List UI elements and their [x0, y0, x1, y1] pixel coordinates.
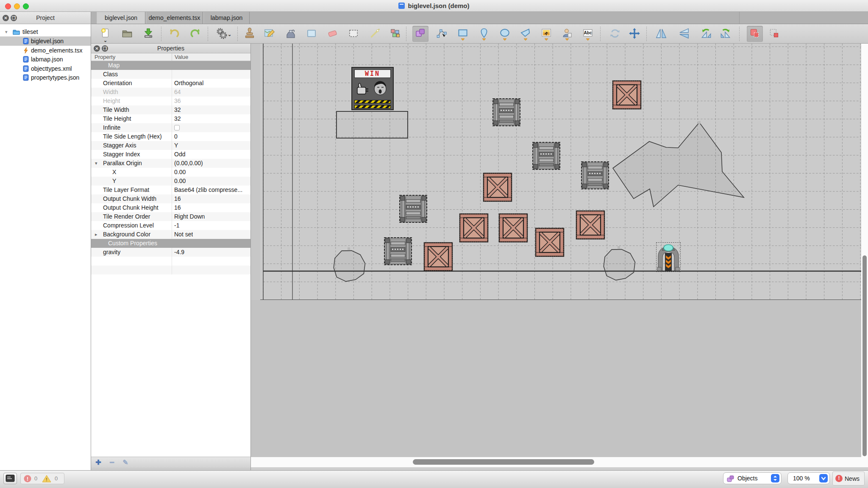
automap-button[interactable]: ⌄: [214, 26, 230, 42]
map-object-circle[interactable]: [600, 246, 637, 285]
property-row-Compression Level[interactable]: Compression Level-1: [91, 221, 250, 230]
chevron-down-icon[interactable]: ⌄: [228, 32, 231, 37]
property-row-Class[interactable]: Class: [91, 70, 250, 79]
open-file-button[interactable]: [119, 26, 135, 42]
move-button[interactable]: [626, 26, 643, 42]
highlight-hovered-object-button[interactable]: [766, 26, 782, 42]
property-value[interactable]: 16: [174, 194, 181, 203]
map-object-metal-crate[interactable]: [492, 97, 521, 127]
infinite-checkbox[interactable]: [174, 125, 180, 130]
rect-select-button[interactable]: [345, 26, 362, 42]
property-value[interactable]: 0.00: [174, 177, 186, 186]
map-object-win-sign[interactable]: WIN: [351, 67, 394, 110]
property-row-Height[interactable]: Height36: [91, 97, 250, 105]
map-object-rectangle[interactable]: [336, 111, 408, 139]
terrain-brush-button[interactable]: [262, 26, 278, 42]
property-row-Width[interactable]: Width64: [91, 88, 250, 97]
select-objects-button[interactable]: [412, 26, 428, 42]
console-button[interactable]: [3, 473, 17, 484]
map-object-wood-crate[interactable]: [498, 213, 528, 243]
expand-closed-icon[interactable]: ▸: [95, 230, 97, 239]
property-row-Parallax Origin[interactable]: ▾Parallax Origin(0.00,0.00): [91, 159, 250, 168]
property-row-Y[interactable]: Y0.00: [91, 177, 250, 186]
flip-vertical-button[interactable]: [676, 26, 692, 42]
tab-biglevel.json[interactable]: biglevel.json: [97, 12, 145, 24]
map-object-wood-crate[interactable]: [576, 210, 605, 240]
magic-wand-button[interactable]: [367, 26, 383, 42]
property-value[interactable]: 16: [174, 203, 181, 212]
map-object-metal-crate[interactable]: [383, 236, 413, 266]
tab-labmap.json[interactable]: labmap.json: [203, 12, 250, 24]
flip-horizontal-button[interactable]: [653, 26, 669, 42]
insert-ellipse-button[interactable]: [497, 26, 513, 42]
chevron-down-icon[interactable]: ⌄: [103, 38, 107, 43]
zoom-level-dropdown[interactable]: 100 %: [787, 472, 830, 484]
rotate-button[interactable]: [607, 26, 623, 42]
property-row-Stagger Axis[interactable]: Stagger AxisY: [91, 141, 250, 150]
property-value[interactable]: Orthogonal: [174, 79, 203, 88]
map-canvas[interactable]: WIN: [251, 44, 868, 470]
insert-rectangle-button[interactable]: [455, 26, 471, 42]
redo-button[interactable]: [187, 26, 203, 42]
property-value[interactable]: 36: [174, 97, 181, 105]
edit-polygons-button[interactable]: [434, 26, 450, 42]
edit-property-button[interactable]: ✎: [121, 458, 130, 467]
highlight-current-layer-button[interactable]: [747, 26, 763, 42]
project-file-objecttypes.xml[interactable]: objecttypes.xml: [0, 64, 91, 73]
property-row-Tile Width[interactable]: Tile Width32: [91, 105, 250, 114]
stamp-brush-button[interactable]: [242, 26, 258, 42]
property-value[interactable]: Base64 (zlib compresse...: [174, 186, 242, 194]
property-row-Tile Side Length (Hex)[interactable]: Tile Side Length (Hex)0: [91, 132, 250, 141]
property-row-Output Chunk Width[interactable]: Output Chunk Width16: [91, 194, 250, 203]
same-tile-select-button[interactable]: [387, 26, 403, 42]
property-row-Infinite[interactable]: Infinite: [91, 123, 250, 132]
map-object-metal-crate[interactable]: [531, 141, 561, 171]
object-mode-dropdown[interactable]: Objects: [723, 472, 782, 484]
rotate-right-button[interactable]: [718, 26, 734, 42]
map-object-wood-crate[interactable]: [459, 213, 489, 243]
map-object-wood-crate[interactable]: [535, 227, 565, 257]
property-value[interactable]: -1: [174, 221, 179, 230]
project-file-labmap.json[interactable]: labmap.json: [0, 55, 91, 64]
insert-text-button[interactable]: Abc: [580, 26, 596, 42]
project-file-demo_elements.tsx[interactable]: demo_elements.tsx: [0, 46, 91, 55]
eraser-button[interactable]: [325, 26, 341, 42]
rotate-left-button[interactable]: [698, 26, 714, 42]
map-object-wood-crate[interactable]: [483, 172, 512, 202]
property-value[interactable]: 32: [174, 105, 181, 114]
property-value[interactable]: 0.00: [174, 168, 186, 177]
property-row-Output Chunk Height[interactable]: Output Chunk Height16: [91, 203, 250, 212]
insert-tile-button[interactable]: [538, 26, 554, 42]
disclosure-chevron-icon[interactable]: ▾: [5, 27, 8, 36]
save-file-button[interactable]: [140, 26, 156, 42]
property-value[interactable]: Odd: [174, 150, 185, 159]
property-value[interactable]: (0.00,0.00): [174, 159, 203, 168]
insert-polygon-button[interactable]: [517, 26, 534, 42]
insert-template-button[interactable]: [559, 26, 575, 42]
add-property-button[interactable]: ✚: [94, 458, 103, 467]
property-row-Tile Render Order[interactable]: Tile Render OrderRight Down: [91, 212, 250, 221]
insert-point-button[interactable]: [476, 26, 492, 42]
property-value[interactable]: Not set: [174, 230, 193, 239]
map-object-circle[interactable]: [330, 247, 367, 286]
property-row-Stagger Index[interactable]: Stagger IndexOdd: [91, 150, 250, 159]
vertical-scrollbar-thumb[interactable]: [862, 255, 867, 456]
project-folder-row[interactable]: ▾tileset: [0, 27, 91, 36]
issues-summary[interactable]: ! 0 ! 0: [20, 473, 64, 484]
map-object-wood-crate[interactable]: [612, 80, 642, 110]
property-value[interactable]: 0: [174, 132, 178, 141]
shape-fill-button[interactable]: [303, 26, 320, 42]
project-file-propertytypes.json[interactable]: propertytypes.json: [0, 73, 91, 82]
project-file-biglevel.json[interactable]: biglevel.json: [0, 36, 91, 46]
map-object-wood-crate[interactable]: [423, 242, 453, 272]
bucket-fill-button[interactable]: [283, 26, 299, 42]
property-row-Background Color[interactable]: ▸Background ColorNot set: [91, 230, 250, 239]
column-divider[interactable]: [172, 53, 172, 61]
map-object-portal[interactable]: [656, 242, 681, 272]
news-button[interactable]: ! News: [832, 471, 865, 485]
property-row-Tile Layer Format[interactable]: Tile Layer FormatBase64 (zlib compresse.…: [91, 186, 250, 194]
property-row-X[interactable]: X0.00: [91, 168, 250, 177]
property-value[interactable]: -4.9: [174, 248, 184, 257]
remove-property-button[interactable]: ━: [107, 458, 117, 467]
property-value[interactable]: Y: [174, 141, 178, 150]
